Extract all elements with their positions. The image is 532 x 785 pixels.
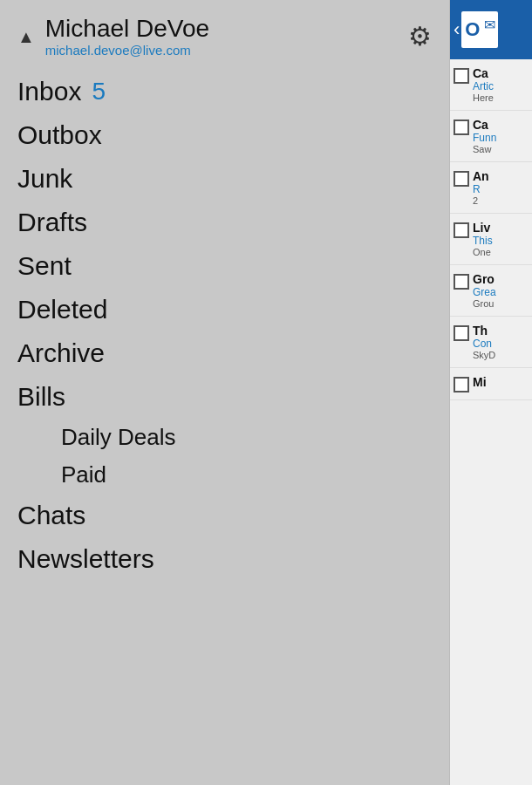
- email-content-2: An R 2: [473, 169, 529, 206]
- email-item-5[interactable]: Th Con SkyD: [450, 317, 532, 368]
- deleted-label: Deleted: [17, 295, 107, 324]
- drafts-label: Drafts: [17, 208, 87, 237]
- collapse-icon[interactable]: ▲: [17, 28, 35, 45]
- sidebar-item-drafts[interactable]: Drafts: [17, 201, 432, 244]
- sidebar-item-inbox[interactable]: Inbox 5: [17, 70, 432, 113]
- sidebar-item-junk[interactable]: Junk: [17, 157, 432, 201]
- chats-label: Chats: [17, 501, 85, 530]
- daily-deals-label: Daily Deals: [61, 424, 176, 450]
- email-preview-2: 2: [473, 195, 529, 206]
- email-checkbox-4[interactable]: [454, 274, 469, 290]
- sidebar-item-archive[interactable]: Archive: [17, 331, 432, 375]
- email-sender-6: Mi: [473, 375, 529, 389]
- header-left: ▲ Michael DeVoe michael.devoe@live.com: [17, 16, 209, 58]
- email-subject-5: Con: [473, 338, 529, 350]
- email-sender-4: Gro: [473, 272, 529, 286]
- email-content-1: Ca Funn Saw: [473, 118, 529, 154]
- email-sender-0: Ca: [473, 66, 529, 80]
- email-preview-3: One: [473, 247, 529, 257]
- archive-label: Archive: [17, 338, 105, 368]
- sidebar-item-newsletters[interactable]: Newsletters: [17, 537, 432, 581]
- email-subject-0: Artic: [473, 80, 529, 92]
- back-icon[interactable]: ‹: [454, 18, 460, 41]
- outbox-label: Outbox: [17, 120, 102, 150]
- email-sender-1: Ca: [473, 118, 529, 132]
- email-sender-2: An: [473, 169, 529, 183]
- email-item-2[interactable]: An R 2: [450, 162, 532, 214]
- envelope-icon: ✉: [484, 17, 495, 33]
- sidebar-item-outbox[interactable]: Outbox: [17, 113, 432, 157]
- email-content-6: Mi: [473, 375, 529, 389]
- email-item-1[interactable]: Ca Funn Saw: [450, 111, 532, 162]
- email-subject-2: R: [473, 183, 529, 195]
- email-preview-0: Here: [473, 92, 529, 103]
- inbox-badge: 5: [92, 78, 106, 106]
- sidebar-item-deleted[interactable]: Deleted: [17, 288, 432, 331]
- sidebar-item-bills[interactable]: Bills: [17, 375, 432, 419]
- email-subject-1: Funn: [473, 132, 529, 144]
- paid-label: Paid: [61, 461, 106, 488]
- email-item-3[interactable]: Liv This One: [450, 214, 532, 265]
- email-checkbox-1[interactable]: [454, 119, 469, 135]
- email-item-6[interactable]: Mi: [450, 368, 532, 400]
- newsletters-label: Newsletters: [17, 544, 154, 574]
- user-email[interactable]: michael.devoe@live.com: [45, 43, 209, 58]
- email-panel: ‹ O ✉ Ca Artic Here Ca Funn Saw An: [449, 0, 532, 785]
- sidebar-item-daily-deals[interactable]: Daily Deals: [17, 419, 432, 456]
- inbox-label: Inbox: [17, 77, 81, 106]
- email-subject-4: Grea: [473, 286, 529, 298]
- email-topbar: ‹ O ✉: [450, 0, 532, 59]
- email-preview-4: Grou: [473, 298, 529, 309]
- email-checkbox-5[interactable]: [454, 325, 469, 341]
- email-content-3: Liv This One: [473, 221, 529, 257]
- sidebar: ▲ Michael DeVoe michael.devoe@live.com ⚙…: [0, 0, 449, 785]
- email-checkbox-0[interactable]: [454, 68, 469, 84]
- sidebar-item-paid[interactable]: Paid: [17, 456, 432, 494]
- junk-label: Junk: [17, 164, 72, 194]
- settings-icon[interactable]: ⚙: [408, 21, 432, 51]
- sidebar-item-chats[interactable]: Chats: [17, 494, 432, 537]
- sent-label: Sent: [17, 251, 72, 281]
- email-subject-3: This: [473, 235, 529, 247]
- user-name: Michael DeVoe: [45, 16, 209, 43]
- email-sender-3: Liv: [473, 221, 529, 235]
- email-content-4: Gro Grea Grou: [473, 272, 529, 309]
- sidebar-item-sent[interactable]: Sent: [17, 244, 432, 288]
- email-checkbox-2[interactable]: [454, 171, 469, 187]
- email-sender-5: Th: [473, 324, 529, 338]
- email-content-0: Ca Artic Here: [473, 66, 529, 103]
- email-checkbox-3[interactable]: [454, 222, 469, 238]
- bills-label: Bills: [17, 382, 65, 412]
- email-list: Ca Artic Here Ca Funn Saw An R 2 Li: [450, 59, 532, 400]
- user-info: Michael DeVoe michael.devoe@live.com: [45, 16, 209, 58]
- nav-list: Inbox 5 Outbox Junk Drafts Sent Deleted …: [0, 70, 449, 581]
- account-header: ▲ Michael DeVoe michael.devoe@live.com ⚙: [0, 0, 449, 70]
- email-content-5: Th Con SkyD: [473, 324, 529, 360]
- email-item-0[interactable]: Ca Artic Here: [450, 59, 532, 111]
- email-preview-5: SkyD: [473, 350, 529, 360]
- email-item-4[interactable]: Gro Grea Grou: [450, 265, 532, 317]
- outlook-logo: O ✉: [461, 11, 498, 48]
- email-preview-1: Saw: [473, 144, 529, 154]
- email-checkbox-6[interactable]: [454, 377, 469, 392]
- outlook-o-letter: O: [465, 18, 480, 41]
